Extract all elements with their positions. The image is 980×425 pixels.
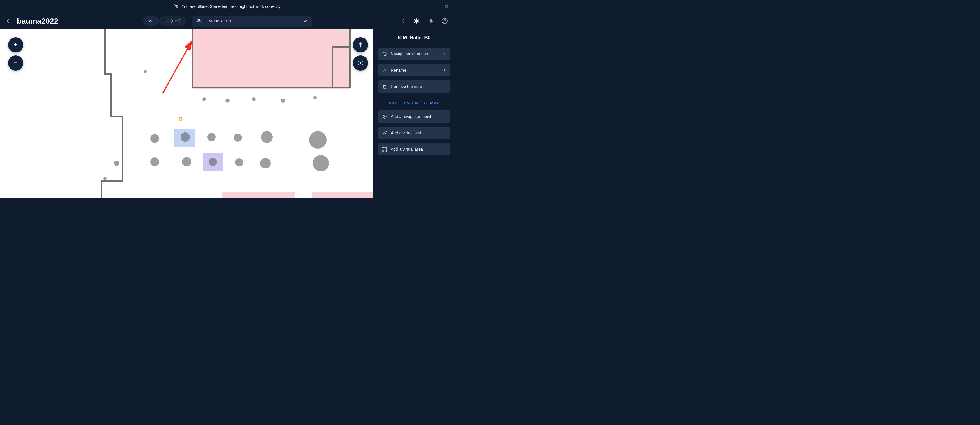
offline-banner: You are offline. Some features might not… <box>0 0 455 13</box>
svg-point-35 <box>383 147 383 148</box>
back-button[interactable] <box>5 18 12 24</box>
navpoint-icon <box>382 114 387 119</box>
svg-point-13 <box>181 132 190 142</box>
svg-rect-5 <box>312 192 373 198</box>
svg-point-12 <box>150 134 159 143</box>
svg-point-19 <box>150 157 159 166</box>
add-navpoint-button[interactable]: Add a navigation point <box>378 111 450 123</box>
svg-point-10 <box>103 177 107 180</box>
zoom-out-button[interactable]: − <box>8 56 23 71</box>
trash-icon <box>382 84 387 89</box>
remove-map-button[interactable]: Remove the map <box>378 81 450 93</box>
svg-point-38 <box>386 151 387 152</box>
svg-point-2 <box>444 19 445 21</box>
svg-point-18 <box>313 155 329 171</box>
svg-point-30 <box>360 62 361 63</box>
map-selector-dropdown[interactable]: ICM_Halle_B0 <box>192 16 312 27</box>
target-icon <box>382 51 387 57</box>
view-mode-toggle: 2D 3D (BIM) <box>143 16 186 25</box>
svg-point-33 <box>384 116 385 117</box>
rename-button[interactable]: Rename <box>378 64 450 76</box>
svg-point-16 <box>261 131 273 143</box>
add-item-section-label: ADD ITEM ON THE MAP <box>378 101 450 105</box>
topbar-right-icons <box>400 17 450 25</box>
add-virtual-wall-label: Add a virtual wall <box>391 131 422 135</box>
view-2d-tab[interactable]: 2D <box>143 16 159 25</box>
nav-shortcuts-label: Navigation shortcuts <box>391 52 428 56</box>
map-tool-controls <box>353 37 368 71</box>
svg-point-36 <box>386 147 387 148</box>
svg-point-25 <box>226 98 229 103</box>
workspace: + − ICM_Halle_B0 Navigation shortc <box>0 29 455 198</box>
chevron-down-icon <box>302 18 308 24</box>
project-title: bauma2022 <box>17 17 58 25</box>
account-icon[interactable] <box>442 18 448 24</box>
map-canvas[interactable]: + − <box>0 29 373 198</box>
polyline-icon <box>382 130 387 136</box>
topbar: bauma2022 2D 3D (BIM) ICM_Halle_B0 <box>0 13 455 29</box>
svg-point-28 <box>313 96 317 99</box>
area-icon <box>382 147 387 152</box>
svg-point-11 <box>114 161 119 166</box>
svg-point-20 <box>182 157 191 167</box>
svg-point-21 <box>209 158 217 166</box>
svg-point-14 <box>207 133 216 141</box>
side-panel: ICM_Halle_B0 Navigation shortcuts Rename <box>373 29 455 198</box>
compass-tool-button[interactable] <box>353 37 368 52</box>
rename-label: Rename <box>391 68 406 73</box>
svg-point-24 <box>202 97 206 101</box>
offline-message: You are offline. Some features might not… <box>182 4 282 9</box>
add-virtual-wall-button[interactable]: Add a virtual wall <box>378 127 450 139</box>
panel-title: ICM_Halle_B0 <box>378 35 450 41</box>
zoom-controls: + − <box>8 37 23 71</box>
svg-point-9 <box>144 70 147 73</box>
brand-logo-icon[interactable] <box>413 17 421 25</box>
measure-tool-button[interactable] <box>353 56 368 71</box>
layers-icon <box>196 18 202 24</box>
svg-rect-3 <box>192 29 350 89</box>
zoom-in-button[interactable]: + <box>8 37 23 52</box>
panel-collapse-button[interactable] <box>400 18 406 24</box>
pencil-icon <box>382 68 387 73</box>
offline-icon <box>173 3 180 10</box>
chevron-right-icon <box>442 52 446 57</box>
svg-rect-34 <box>383 147 387 151</box>
svg-point-27 <box>281 98 285 103</box>
remove-map-label: Remove the map <box>391 84 422 89</box>
svg-point-26 <box>252 97 256 101</box>
notifications-icon[interactable] <box>428 18 434 24</box>
nav-shortcuts-button[interactable]: Navigation shortcuts <box>378 48 450 60</box>
svg-point-8 <box>179 117 182 121</box>
svg-point-31 <box>383 52 387 56</box>
add-virtual-area-label: Add a virtual area <box>391 147 423 152</box>
map-selector-label: ICM_Halle_B0 <box>204 19 231 23</box>
view-3d-tab[interactable]: 3D (BIM) <box>159 16 186 25</box>
svg-point-23 <box>260 158 270 168</box>
svg-point-15 <box>234 133 242 142</box>
svg-point-37 <box>383 151 383 152</box>
add-navpoint-label: Add a navigation point <box>391 114 431 119</box>
svg-point-17 <box>309 131 327 149</box>
chevron-right-icon <box>442 68 446 73</box>
svg-point-22 <box>235 158 243 167</box>
add-virtual-area-button[interactable]: Add a virtual area <box>378 143 450 155</box>
svg-point-0 <box>176 7 177 8</box>
svg-rect-4 <box>222 192 294 198</box>
banner-close-button[interactable] <box>444 3 449 9</box>
map-svg <box>0 29 373 198</box>
